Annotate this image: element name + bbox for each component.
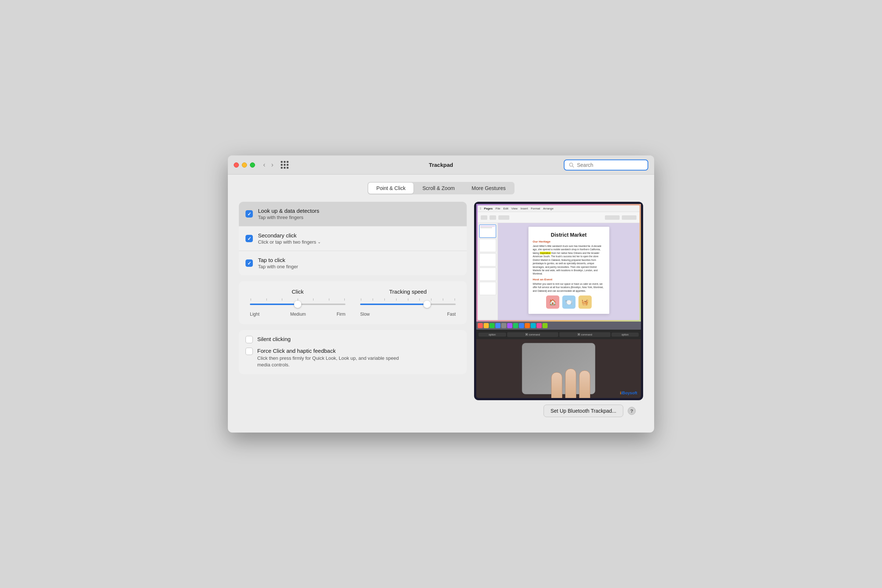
dropdown-arrow-icon[interactable]: ⌄	[318, 240, 321, 244]
checkmark-icon: ✓	[248, 261, 251, 266]
nav-buttons: ‹ ›	[261, 160, 276, 170]
tap-to-click-text: Tap to click Tap with one finger	[258, 257, 298, 269]
page-thumb-2	[479, 239, 496, 252]
maximize-button[interactable]	[250, 162, 255, 168]
hand-area: iiBoysoft	[476, 339, 641, 398]
minimize-button[interactable]	[242, 162, 247, 168]
keyboard-bar: option ⌘ command ⌘ command option	[476, 330, 641, 339]
dock-icon	[495, 323, 501, 328]
help-button[interactable]: ?	[628, 407, 636, 415]
slider-section: Click	[239, 281, 467, 324]
force-click-checkbox[interactable]	[246, 348, 253, 355]
search-bar[interactable]	[564, 159, 648, 171]
finger-3	[579, 370, 590, 398]
doc-event-text: Whether you want to rent our space or ha…	[533, 282, 605, 292]
mac-menubar:  Pages File Edit View Insert Format Arr…	[478, 206, 639, 212]
content-area: Point & Click Scroll & Zoom More Gesture…	[228, 175, 654, 432]
grid-dot	[281, 164, 283, 166]
tick	[313, 298, 314, 301]
food-icon: 🍽️	[562, 296, 576, 309]
tick	[282, 298, 282, 301]
grid-dot	[286, 167, 288, 169]
hand-fingers	[551, 369, 590, 398]
app-grid-icon[interactable]	[281, 161, 288, 169]
cmd-symbol: ⌘	[578, 333, 580, 336]
pages-body: District Market Our Heritage Janet Mille…	[478, 223, 639, 320]
pages-toolbar	[478, 212, 639, 223]
tracking-slider-fill	[360, 303, 427, 305]
toolbar-btn	[622, 215, 636, 220]
click-label-firm: Firm	[337, 312, 345, 317]
doc-title: District Market	[533, 232, 605, 238]
tap-to-click-setting[interactable]: ✓ Tap to click Tap with one finger	[239, 251, 467, 275]
key-command-right: ⌘ command	[560, 332, 610, 337]
page-thumb-3	[479, 253, 496, 266]
tracking-slider-wrapper	[360, 298, 456, 308]
pages-window:  Pages File Edit View Insert Format Arr…	[478, 206, 639, 320]
lookup-checkbox[interactable]: ✓	[246, 210, 253, 218]
secondary-click-setting[interactable]: ✓ Secondary click Click or tap with two …	[239, 226, 467, 251]
tick-marks	[360, 298, 456, 301]
search-input[interactable]	[577, 162, 643, 168]
dock-icon	[519, 323, 524, 328]
lookup-setting[interactable]: ✓ Look up & data detectors Tap with thre…	[239, 202, 467, 226]
grid-dot	[284, 167, 285, 169]
silent-clicking-checkbox[interactable]	[246, 336, 253, 343]
svg-line-1	[573, 166, 574, 167]
click-slider-thumb[interactable]	[294, 301, 302, 308]
dock-bar	[476, 322, 641, 330]
finger-2	[565, 369, 576, 398]
force-click-title: Force Click and haptic feedback	[257, 348, 412, 354]
left-panel: ✓ Look up & data detectors Tap with thre…	[239, 202, 467, 400]
tick	[344, 298, 345, 301]
secondary-click-title: Secondary click	[258, 232, 321, 238]
traffic-lights	[234, 162, 255, 168]
tracking-slider-thumb[interactable]	[423, 301, 431, 308]
search-icon	[569, 162, 574, 168]
click-label-medium: Medium	[290, 312, 306, 317]
grid-dot	[284, 161, 285, 163]
back-button[interactable]: ‹	[261, 160, 267, 170]
arrange-menu: Arrange	[543, 207, 554, 210]
dock-icon	[478, 323, 483, 328]
tick	[454, 298, 455, 301]
toolbar-btn	[498, 215, 509, 220]
tick	[408, 298, 408, 301]
click-slider-track	[250, 303, 345, 305]
mac-screen-bg:  Pages File Edit View Insert Format Arr…	[476, 204, 641, 322]
grid-dot	[286, 161, 288, 163]
click-slider-fill	[250, 303, 298, 305]
bottom-settings: Silent clicking Force Click and haptic f…	[239, 330, 467, 374]
forward-button[interactable]: ›	[269, 160, 276, 170]
page-thumbnails	[478, 223, 498, 320]
dock-icon	[507, 323, 512, 328]
silent-clicking-title: Silent clicking	[257, 336, 291, 342]
key-option-right: option	[612, 333, 639, 337]
tab-more-gestures[interactable]: More Gestures	[464, 183, 514, 194]
lookup-desc: Tap with three fingers	[258, 214, 320, 220]
silent-clicking-item[interactable]: Silent clicking	[246, 336, 460, 343]
thumb-line	[480, 226, 495, 227]
grid-dot	[286, 164, 288, 166]
tap-to-click-checkbox[interactable]: ✓	[246, 260, 253, 267]
key-command-left: ⌘ command	[507, 332, 558, 337]
force-click-item[interactable]: Force Click and haptic feedback Click th…	[246, 348, 460, 368]
dock-icon	[513, 323, 518, 328]
tick	[396, 298, 396, 301]
tabs-container: Point & Click Scroll & Zoom More Gesture…	[239, 182, 643, 194]
bluetooth-trackpad-button[interactable]: Set Up Bluetooth Trackpad...	[543, 405, 623, 417]
tab-scroll-zoom[interactable]: Scroll & Zoom	[414, 183, 463, 194]
doc-heritage-title: Our Heritage	[533, 240, 605, 243]
tick	[431, 298, 432, 301]
document-page: District Market Our Heritage Janet Mille…	[528, 227, 609, 314]
close-button[interactable]	[234, 162, 239, 168]
thumb-line	[480, 227, 492, 228]
tab-point-click[interactable]: Point & Click	[368, 183, 413, 194]
click-slider-labels: Light Medium Firm	[250, 312, 345, 317]
view-menu: View	[511, 207, 518, 210]
secondary-click-checkbox[interactable]: ✓	[246, 235, 253, 242]
key-option-left: option	[478, 333, 506, 337]
grid-dot	[284, 164, 285, 166]
titlebar: ‹ › Trackpad	[228, 156, 654, 175]
tracking-slider-label: Tracking speed	[389, 288, 427, 295]
